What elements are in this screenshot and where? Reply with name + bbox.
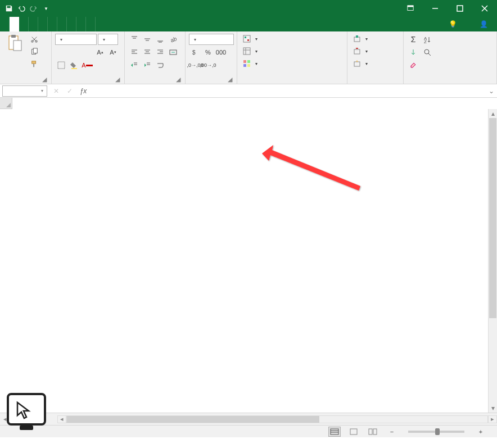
minimize-icon[interactable] <box>423 1 448 16</box>
wrap-text-icon[interactable] <box>154 60 166 71</box>
sheet-tab[interactable] <box>20 417 35 421</box>
add-sheet-icon[interactable]: ⊕ <box>35 415 46 423</box>
merge-center-icon[interactable] <box>167 47 179 58</box>
decrease-font-icon[interactable]: A▾ <box>107 47 119 58</box>
find-select-icon[interactable] <box>421 47 433 58</box>
save-icon[interactable] <box>3 3 15 14</box>
tab-layout[interactable] <box>29 17 38 31</box>
horizontal-scrollbar[interactable]: ◂ ▸ <box>57 415 497 424</box>
tab-review[interactable] <box>57 17 67 31</box>
ribbon-options-icon[interactable] <box>398 1 423 16</box>
svg-rect-42 <box>245 37 246 38</box>
decrease-decimal-icon[interactable]: ,00→,0 <box>202 60 214 71</box>
tab-home[interactable] <box>10 17 19 31</box>
autosum-icon[interactable]: Σ <box>407 34 419 45</box>
tab-data[interactable] <box>48 17 57 31</box>
currency-icon[interactable]: $ <box>189 47 201 58</box>
tell-me[interactable]: 💡 <box>445 20 463 28</box>
maximize-icon[interactable] <box>448 1 472 16</box>
tab-view[interactable] <box>67 17 76 31</box>
vertical-scrollbar[interactable]: ▴ ▾ <box>488 109 497 413</box>
comma-icon[interactable]: 000 <box>215 47 227 58</box>
zoom-slider[interactable] <box>408 431 464 433</box>
svg-line-59 <box>428 53 431 56</box>
underline-button[interactable] <box>81 47 93 58</box>
name-box[interactable]: ▾ <box>2 85 47 97</box>
cell-styles-button[interactable]: ▾ <box>241 58 260 69</box>
svg-rect-1 <box>408 6 413 7</box>
format-as-table-button[interactable]: ▾ <box>241 46 260 56</box>
page-break-view-icon[interactable] <box>367 427 379 437</box>
tab-formulas[interactable] <box>38 17 48 31</box>
insert-cells-button[interactable]: ▾ <box>351 34 370 44</box>
sort-filter-icon[interactable]: AZ <box>421 34 433 45</box>
tab-insert[interactable] <box>19 17 29 31</box>
copy-icon[interactable] <box>28 46 40 57</box>
align-middle-icon[interactable] <box>141 34 153 45</box>
align-center-icon[interactable] <box>141 47 153 58</box>
close-icon[interactable] <box>472 1 497 16</box>
scroll-down-icon[interactable]: ▾ <box>489 404 497 413</box>
svg-rect-64 <box>350 429 357 435</box>
normal-view-icon[interactable] <box>328 427 341 437</box>
share-button[interactable]: 👤 <box>476 20 494 28</box>
spreadsheet-grid: ▴ ▾ <box>0 98 497 413</box>
fill-icon[interactable] <box>407 47 419 58</box>
fill-color-icon[interactable] <box>68 60 80 71</box>
vscroll-thumb[interactable] <box>489 118 496 318</box>
bold-button[interactable] <box>55 47 67 58</box>
tab-abbyy[interactable] <box>76 17 86 31</box>
delete-cells-button[interactable]: ▾ <box>351 46 370 56</box>
orientation-icon[interactable]: ab <box>167 34 179 45</box>
hscroll-thumb[interactable] <box>67 416 319 423</box>
enter-formula-icon[interactable]: ✓ <box>63 85 76 97</box>
font-color-icon[interactable]: A <box>81 60 93 71</box>
scroll-up-icon[interactable]: ▴ <box>489 109 497 118</box>
qat-customize-icon[interactable]: ▼ <box>40 3 52 14</box>
scroll-left-icon[interactable]: ◂ <box>57 415 66 423</box>
select-all-button[interactable] <box>0 98 12 109</box>
undo-icon[interactable] <box>16 3 27 14</box>
scroll-right-icon[interactable]: ▸ <box>488 415 497 423</box>
zoom-in-icon[interactable]: + <box>475 426 487 437</box>
font-launcher-icon[interactable]: ◢ <box>114 76 121 83</box>
font-size-combo[interactable]: ▾ <box>98 34 118 45</box>
align-left-icon[interactable] <box>128 47 141 58</box>
svg-rect-52 <box>356 35 358 38</box>
cut-icon[interactable] <box>28 34 40 45</box>
svg-text:ab: ab <box>170 35 177 43</box>
format-cells-button[interactable]: ▾ <box>351 58 370 69</box>
zoom-thumb[interactable] <box>435 428 440 435</box>
svg-rect-61 <box>331 429 338 435</box>
format-painter-icon[interactable] <box>28 58 40 70</box>
align-bottom-icon[interactable] <box>154 34 166 45</box>
font-name-combo[interactable]: ▾ <box>55 34 97 45</box>
italic-button[interactable] <box>68 47 80 58</box>
paste-button[interactable] <box>3 34 26 53</box>
increase-indent-icon[interactable] <box>141 60 153 71</box>
page-layout-view-icon[interactable] <box>347 427 360 437</box>
zoom-out-icon[interactable]: − <box>386 426 398 437</box>
svg-point-58 <box>424 49 429 54</box>
alignment-launcher-icon[interactable]: ◢ <box>175 76 182 83</box>
redo-icon[interactable] <box>28 3 39 14</box>
decrease-indent-icon[interactable] <box>128 60 141 71</box>
align-top-icon[interactable] <box>128 34 141 45</box>
percent-icon[interactable]: % <box>202 47 214 58</box>
tab-file[interactable] <box>0 17 10 31</box>
sheet-nav-prev-icon[interactable]: ◂ <box>0 414 10 424</box>
clear-icon[interactable] <box>407 60 419 71</box>
sheet-nav-next-icon[interactable]: ▸ <box>10 414 20 424</box>
align-right-icon[interactable] <box>154 47 166 58</box>
borders-icon[interactable] <box>55 60 67 71</box>
clipboard-launcher-icon[interactable]: ◢ <box>41 76 48 83</box>
formula-bar-expand-icon[interactable]: ⌄ <box>486 87 497 95</box>
cancel-formula-icon[interactable]: ✕ <box>49 85 63 97</box>
conditional-formatting-button[interactable]: ▾ <box>241 34 260 44</box>
tab-acrobat[interactable] <box>86 17 96 31</box>
number-launcher-icon[interactable]: ◢ <box>227 76 233 83</box>
number-format-combo[interactable]: ▾ <box>189 34 234 45</box>
svg-rect-14 <box>33 64 34 67</box>
insert-function-icon[interactable]: ƒx <box>76 85 90 97</box>
increase-font-icon[interactable]: A▴ <box>94 47 106 58</box>
